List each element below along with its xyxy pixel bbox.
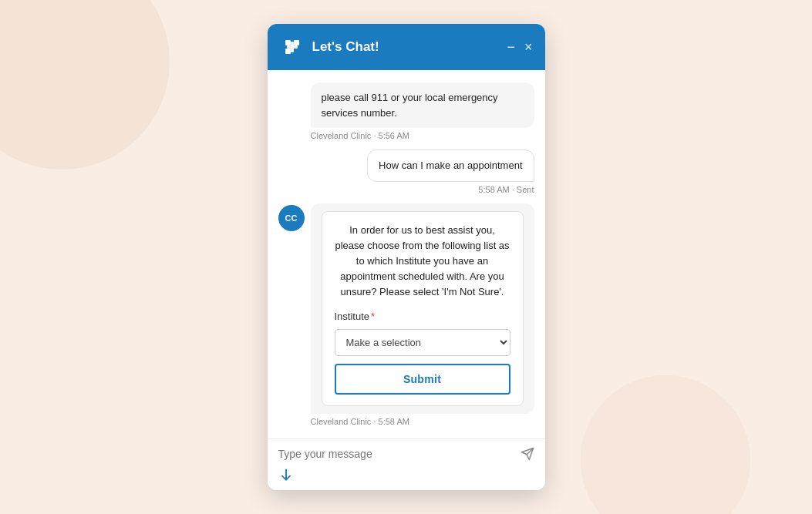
scroll-down-button[interactable] bbox=[278, 467, 534, 482]
bot-message-2: CC In order for us to best assist you, p… bbox=[278, 203, 534, 426]
submit-button[interactable]: Submit bbox=[335, 364, 510, 395]
svg-rect-1 bbox=[285, 40, 291, 45]
bot-avatar: CC bbox=[278, 205, 305, 231]
send-button[interactable] bbox=[521, 447, 534, 461]
bot-bubble-1: please call 911 or your local emergency … bbox=[311, 82, 534, 128]
required-indicator: * bbox=[371, 311, 375, 322]
chat-input-row bbox=[278, 447, 534, 461]
scroll-down-icon bbox=[278, 467, 294, 482]
bot-content-2: In order for us to best assist you, plea… bbox=[311, 203, 534, 426]
header-actions: − × bbox=[507, 40, 532, 54]
svg-rect-5 bbox=[287, 45, 298, 49]
close-button[interactable]: × bbox=[524, 40, 533, 54]
chat-header: Let's Chat! − × bbox=[268, 24, 545, 70]
bot-timestamp-1: Cleveland Clinic · 5:56 AM bbox=[311, 131, 534, 140]
user-message-1: How can I make an appointment 5:58 AM · … bbox=[278, 149, 534, 194]
bot-bubble-2: In order for us to best assist you, plea… bbox=[311, 203, 534, 414]
bot-message-1: please call 911 or your local emergency … bbox=[278, 82, 534, 140]
form-description: In order for us to best assist you, plea… bbox=[335, 223, 510, 301]
minimize-button[interactable]: − bbox=[507, 40, 515, 54]
form-card: In order for us to best assist you, plea… bbox=[322, 211, 524, 406]
institute-select[interactable]: Make a selection Main Campus Fairview Hi… bbox=[335, 329, 510, 356]
chat-footer bbox=[268, 438, 545, 490]
chat-window: Let's Chat! − × please call 911 or your … bbox=[268, 24, 545, 490]
send-icon bbox=[521, 447, 534, 461]
brand-logo bbox=[280, 35, 305, 59]
svg-rect-2 bbox=[294, 40, 299, 45]
user-bubble-1: How can I make an appointment bbox=[367, 149, 534, 182]
user-timestamp-1: 5:58 AM · Sent bbox=[478, 185, 534, 194]
svg-rect-3 bbox=[285, 49, 291, 54]
form-label: Institute* bbox=[335, 309, 510, 324]
bot-timestamp-2: Cleveland Clinic · 5:58 AM bbox=[311, 417, 534, 426]
chat-body: please call 911 or your local emergency … bbox=[268, 70, 545, 438]
message-input[interactable] bbox=[278, 448, 514, 460]
chat-title: Let's Chat! bbox=[312, 39, 500, 55]
